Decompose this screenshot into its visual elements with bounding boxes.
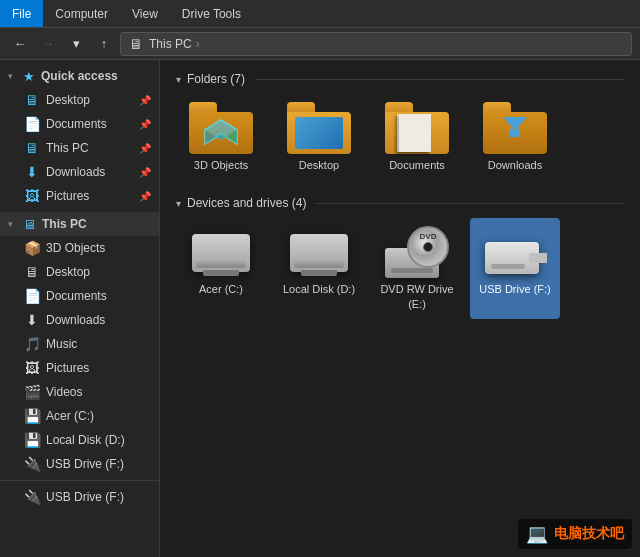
pc-icon: 🖥 bbox=[129, 36, 143, 52]
sidebar-item-thispc-qa[interactable]: 🖥 This PC 📌 bbox=[0, 136, 159, 160]
sidebar-item-downloads-pc[interactable]: ⬇ Downloads bbox=[0, 308, 159, 332]
downloads-icon-qa: ⬇ bbox=[24, 164, 40, 180]
drive-dvd-icon: DVD bbox=[385, 226, 449, 278]
quickaccess-label: Quick access bbox=[41, 69, 151, 83]
folders-toggle[interactable]: ▾ bbox=[176, 74, 181, 85]
sidebar-thispc-header[interactable]: ▾ 🖥 This PC bbox=[0, 212, 159, 236]
sidebar-item-pictures-pc[interactable]: 🖼 Pictures bbox=[0, 356, 159, 380]
folder-desktop[interactable]: Desktop bbox=[274, 94, 364, 180]
watermark: 💻 电脑技术吧 bbox=[518, 519, 632, 549]
address-bar: ← → ▾ ↑ 🖥 This PC › bbox=[0, 28, 640, 60]
sidebar-label-videos-pc: Videos bbox=[46, 385, 151, 399]
sidebar-label-documents-pc: Documents bbox=[46, 289, 151, 303]
watermark-icon: 💻 bbox=[526, 523, 548, 545]
hdd-icon-c: 💾 bbox=[24, 408, 40, 424]
menu-computer[interactable]: Computer bbox=[43, 0, 120, 27]
menu-bar: File Computer View Drive Tools bbox=[0, 0, 640, 28]
sidebar-item-acer[interactable]: 💾 Acer (C:) bbox=[0, 404, 159, 428]
sidebar-item-usb-f-bottom[interactable]: 🔌 USB Drive (F:) bbox=[0, 485, 159, 509]
drive-acer[interactable]: Acer (C:) bbox=[176, 218, 266, 319]
sidebar-item-videos-pc[interactable]: 🎬 Videos bbox=[0, 380, 159, 404]
folder-downloads[interactable]: Downloads bbox=[470, 94, 560, 180]
folder-desktop-icon bbox=[287, 102, 351, 154]
folder-documents[interactable]: A Documents bbox=[372, 94, 462, 180]
folder-desktop-label: Desktop bbox=[299, 158, 339, 172]
sidebar-label-thispc-qa: This PC bbox=[46, 141, 133, 155]
usb-icon-f-bottom: 🔌 bbox=[24, 489, 40, 505]
pin-icon-dl: 📌 bbox=[139, 167, 151, 178]
sidebar-label-documents-qa: Documents bbox=[46, 117, 133, 131]
folder-3dobjects-label: 3D Objects bbox=[194, 158, 248, 172]
drive-acer-label: Acer (C:) bbox=[199, 282, 243, 296]
forward-button[interactable]: → bbox=[36, 32, 60, 56]
folder-3dobjects[interactable]: 3D Objects bbox=[176, 94, 266, 180]
folder-downloads-label: Downloads bbox=[488, 158, 542, 172]
drive-localdisk-icon bbox=[287, 226, 351, 278]
drive-localdisk-label: Local Disk (D:) bbox=[283, 282, 355, 296]
documents-icon: 📄 bbox=[24, 116, 40, 132]
music-icon: 🎵 bbox=[24, 336, 40, 352]
documents-icon-pc: 📄 bbox=[24, 288, 40, 304]
sidebar-quickaccess-header[interactable]: ▾ ★ Quick access bbox=[0, 64, 159, 88]
chevron-down-icon-pc: ▾ bbox=[8, 219, 13, 229]
sidebar-item-downloads-qa[interactable]: ⬇ Downloads 📌 bbox=[0, 160, 159, 184]
drive-usb-label: USB Drive (F:) bbox=[479, 282, 551, 296]
pictures-icon-pc: 🖼 bbox=[24, 360, 40, 376]
sidebar-item-3dobjects[interactable]: 📦 3D Objects bbox=[0, 236, 159, 260]
folders-divider bbox=[255, 79, 624, 80]
usb-icon-f-top: 🔌 bbox=[24, 456, 40, 472]
sidebar-label-downloads-qa: Downloads bbox=[46, 165, 133, 179]
pictures-icon-qa: 🖼 bbox=[24, 188, 40, 204]
sidebar-label-pictures-qa: Pictures bbox=[46, 189, 133, 203]
drive-dvd[interactable]: DVD DVD RW Drive(E:) bbox=[372, 218, 462, 319]
address-path[interactable]: 🖥 This PC › bbox=[120, 32, 632, 56]
downloads-icon-pc: ⬇ bbox=[24, 312, 40, 328]
sidebar-item-documents-qa[interactable]: 📄 Documents 📌 bbox=[0, 112, 159, 136]
folder-3d-icon bbox=[189, 102, 253, 154]
sidebar-label-localdisk: Local Disk (D:) bbox=[46, 433, 151, 447]
sidebar: ▾ ★ Quick access 🖥 Desktop 📌 📄 Documents… bbox=[0, 60, 160, 557]
sidebar-item-desktop-qa[interactable]: 🖥 Desktop 📌 bbox=[0, 88, 159, 112]
drive-localdisk[interactable]: Local Disk (D:) bbox=[274, 218, 364, 319]
thispc-icon-qa: 🖥 bbox=[24, 140, 40, 156]
content-area: ▾ Folders (7) bbox=[160, 60, 640, 557]
menu-drive-tools[interactable]: Drive Tools bbox=[170, 0, 253, 27]
back-button[interactable]: ← bbox=[8, 32, 32, 56]
pin-icon-docs: 📌 bbox=[139, 119, 151, 130]
sidebar-label-music-pc: Music bbox=[46, 337, 151, 351]
sidebar-item-localdisk[interactable]: 💾 Local Disk (D:) bbox=[0, 428, 159, 452]
videos-icon: 🎬 bbox=[24, 384, 40, 400]
folders-header-text: Folders (7) bbox=[187, 72, 245, 86]
folder-documents-icon: A bbox=[385, 102, 449, 154]
menu-view[interactable]: View bbox=[120, 0, 170, 27]
drives-grid: Acer (C:) Local Disk (D:) DVD bbox=[176, 218, 624, 319]
menu-file[interactable]: File bbox=[0, 0, 43, 27]
watermark-text: 电脑技术吧 bbox=[554, 525, 624, 543]
pin-icon-thispc: 📌 bbox=[139, 143, 151, 154]
drive-usb[interactable]: USB Drive (F:) bbox=[470, 218, 560, 319]
desktop-icon: 🖥 bbox=[24, 92, 40, 108]
sidebar-label-pictures-pc: Pictures bbox=[46, 361, 151, 375]
pin-icon-pics: 📌 bbox=[139, 191, 151, 202]
sidebar-label-desktop-qa: Desktop bbox=[46, 93, 133, 107]
sidebar-item-desktop-pc[interactable]: 🖥 Desktop bbox=[0, 260, 159, 284]
3dobjects-icon: 📦 bbox=[24, 240, 40, 256]
dropdown-button[interactable]: ▾ bbox=[64, 32, 88, 56]
folder-downloads-icon bbox=[483, 102, 547, 154]
sidebar-item-pictures-qa[interactable]: 🖼 Pictures 📌 bbox=[0, 184, 159, 208]
up-button[interactable]: ↑ bbox=[92, 32, 116, 56]
drives-header-text: Devices and drives (4) bbox=[187, 196, 306, 210]
star-icon: ★ bbox=[23, 69, 35, 84]
chevron-down-icon: ▾ bbox=[8, 71, 13, 81]
path-separator: › bbox=[196, 37, 200, 51]
sidebar-item-music-pc[interactable]: 🎵 Music bbox=[0, 332, 159, 356]
folder-documents-label: Documents bbox=[389, 158, 445, 172]
drives-section-header: ▾ Devices and drives (4) bbox=[176, 196, 624, 210]
sidebar-item-documents-pc[interactable]: 📄 Documents bbox=[0, 284, 159, 308]
sidebar-label-usb-f-bottom: USB Drive (F:) bbox=[46, 490, 151, 504]
drive-acer-icon bbox=[189, 226, 253, 278]
sidebar-label-3dobjects: 3D Objects bbox=[46, 241, 151, 255]
monitor-icon: 🖥 bbox=[23, 217, 36, 232]
sidebar-item-usb-f-top[interactable]: 🔌 USB Drive (F:) bbox=[0, 452, 159, 476]
drives-toggle[interactable]: ▾ bbox=[176, 198, 181, 209]
